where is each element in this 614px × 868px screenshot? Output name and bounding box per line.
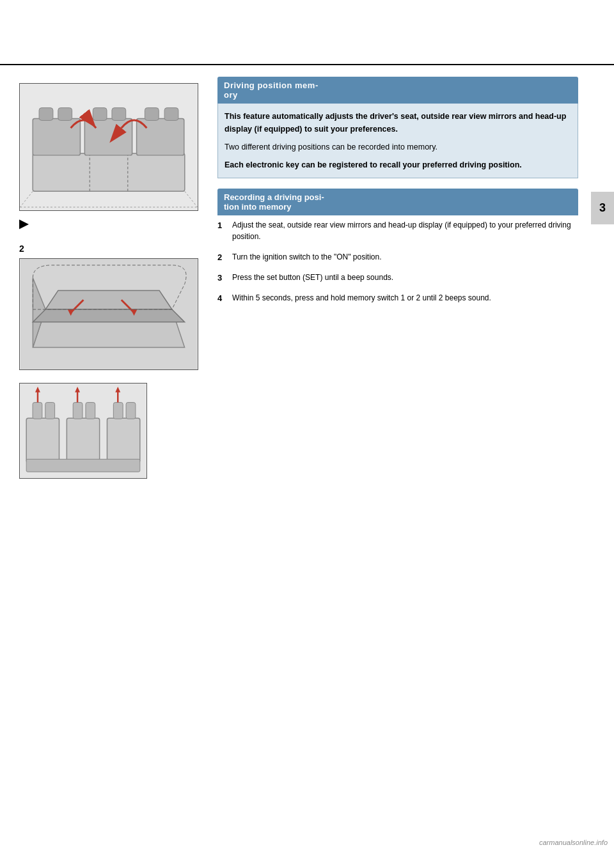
image-box-1 — [19, 83, 198, 211]
right-column: Driving position mem-ory This feature au… — [211, 70, 591, 817]
step-arrow: ▶ — [19, 217, 198, 231]
step-1-text: Adjust the seat, outside rear view mirro… — [232, 219, 578, 242]
svg-rect-1 — [33, 153, 185, 191]
svg-rect-27 — [67, 418, 99, 462]
seat-illustration-1 — [20, 84, 198, 210]
svg-rect-33 — [86, 403, 95, 419]
recording-section-header: Recording a driving posi-tion into memor… — [217, 189, 578, 215]
svg-rect-34 — [113, 403, 123, 419]
step-4-num: 4 — [217, 292, 229, 305]
svg-rect-29 — [26, 459, 140, 472]
step-row-1: 1 Adjust the seat, outside rear view mir… — [217, 219, 578, 247]
watermark-text: carmanualsonline.info — [539, 839, 608, 846]
chapter-number: 3 — [599, 201, 606, 215]
body-line-1: This feature automatically adjusts the d… — [224, 110, 571, 136]
step-2-num: 2 — [217, 251, 229, 264]
left-column: ▶ 2 — [0, 70, 211, 817]
driving-position-header: Driving position mem-ory — [217, 77, 578, 104]
top-border — [0, 64, 614, 65]
headrest-illustration — [20, 384, 146, 478]
step-1-num: 1 — [217, 219, 229, 232]
svg-marker-21 — [45, 290, 172, 309]
step-row-2: 2 Turn the ignition switch to the "ON" p… — [217, 251, 578, 268]
step-3-text: Press the set button (SET) until a beep … — [232, 272, 393, 283]
image-box-2 — [19, 258, 198, 370]
recording-title: Recording a driving posi-tion into memor… — [224, 192, 572, 212]
bottom-bar: carmanualsonline.info — [0, 817, 614, 868]
image-box-3 — [19, 383, 147, 479]
svg-rect-28 — [107, 418, 139, 462]
step-row-4: 4 Within 5 seconds, press and hold memor… — [217, 292, 578, 309]
svg-rect-11 — [145, 108, 159, 121]
svg-rect-35 — [126, 403, 136, 419]
image1-wrap: ▶ — [19, 83, 198, 231]
svg-rect-31 — [45, 403, 55, 419]
svg-rect-12 — [164, 108, 178, 121]
chapter-tab: 3 — [591, 192, 614, 224]
svg-rect-30 — [33, 403, 42, 419]
body-line-2: Two different driving positions can be r… — [224, 141, 571, 153]
svg-rect-7 — [39, 108, 53, 121]
svg-rect-26 — [26, 418, 59, 462]
cargo-illustration — [20, 259, 198, 369]
step-4-text: Within 5 seconds, press and hold memory … — [232, 292, 491, 304]
driving-position-body: This feature automatically adjusts the d… — [217, 104, 578, 178]
step-row-3: 3 Press the set button (SET) until a bee… — [217, 272, 578, 288]
svg-marker-22 — [33, 309, 184, 322]
svg-rect-10 — [112, 108, 126, 121]
step2-label: 2 — [19, 244, 198, 254]
step-2-text: Turn the ignition switch to the "ON" pos… — [232, 251, 382, 263]
svg-rect-9 — [93, 108, 107, 121]
svg-rect-8 — [58, 108, 72, 121]
image3-wrap — [19, 383, 198, 479]
step-3-num: 3 — [217, 272, 229, 284]
driving-position-title: Driving position mem-ory — [224, 81, 572, 100]
body-line-3: Each electronic key can be registered to… — [224, 159, 571, 171]
svg-rect-32 — [73, 403, 83, 419]
image2-wrap: 2 — [19, 244, 198, 370]
content-area: ▶ 2 — [0, 70, 591, 817]
steps-container: 1 Adjust the seat, outside rear view mir… — [217, 219, 578, 309]
